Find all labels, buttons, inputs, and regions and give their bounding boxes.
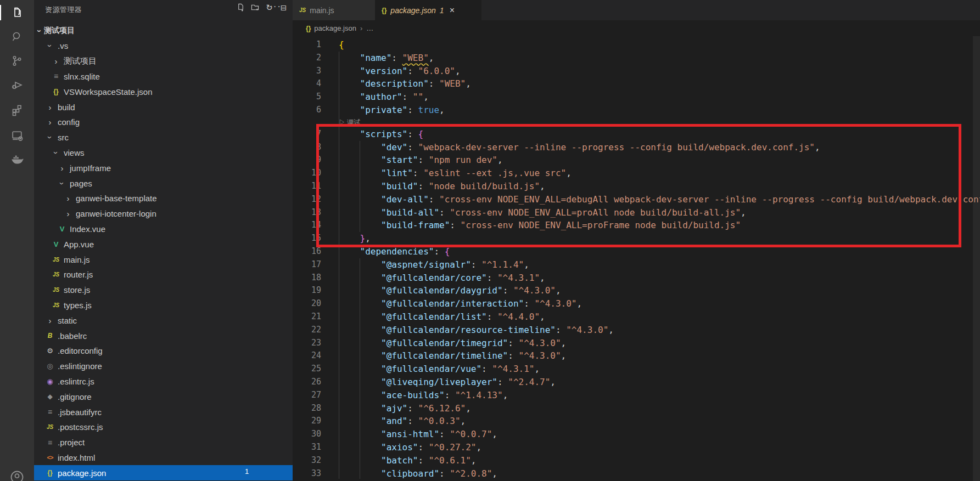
tree-item-static[interactable]: ›static (34, 313, 293, 328)
refresh-icon[interactable]: ↻ (265, 3, 274, 12)
tree-item-App.vue[interactable]: VApp.vue (34, 236, 293, 252)
code-line-11[interactable]: 11 "build": "node build/build.js", (293, 180, 980, 193)
line-number[interactable]: 11 (293, 180, 321, 193)
code-line-9[interactable]: 9 "start": "npm run dev", (293, 154, 980, 167)
code-line-27[interactable]: 27 "ace-builds": "^1.4.13", (293, 389, 980, 402)
tab-package-json[interactable]: {} package.json 1 × (375, 0, 481, 20)
tree-item-views[interactable]: ›views (34, 145, 293, 161)
new-folder-icon[interactable] (250, 3, 260, 12)
tree-item-router.js[interactable]: JSrouter.js (34, 267, 293, 282)
code-line-15[interactable]: 15 }, (293, 232, 980, 245)
search-icon[interactable] (0, 27, 34, 46)
code-line-10[interactable]: 10 "lint": "eslint --ext .js,.vue src", (293, 167, 980, 180)
tree-item-ganwei-iotcenter-login[interactable]: ›ganwei-iotcenter-login (34, 206, 293, 222)
line-number[interactable]: 27 (293, 389, 321, 402)
tree-item-VSWorkspaceState.json[interactable]: {}VSWorkspaceState.json (34, 84, 293, 99)
code-line-4[interactable]: 4 "description": "WEB", (293, 77, 980, 90)
line-number[interactable]: 16 (293, 245, 321, 258)
code-line-30[interactable]: 30 "ansi-html": "^0.0.7", (293, 428, 980, 441)
remote-explorer-icon[interactable] (0, 126, 34, 145)
line-number[interactable]: 29 (293, 415, 321, 428)
debug-codelens[interactable]: ▷ 调试 (293, 117, 980, 128)
code-line-3[interactable]: 3 "version": "6.0.0", (293, 65, 980, 78)
line-number[interactable]: 14 (293, 219, 321, 232)
tree-item-.eslintignore[interactable]: ◎.eslintignore (34, 359, 293, 374)
code-line-29[interactable]: 29 "and": "^0.0.3", (293, 415, 980, 428)
code-line-21[interactable]: 21 "@fullcalendar/list": "^4.4.0", (293, 310, 980, 324)
extensions-icon[interactable] (0, 101, 34, 120)
tree-item-package.json[interactable]: {}package.json1 (34, 465, 293, 480)
tree-item-.gitignore[interactable]: ◆.gitignore (34, 389, 293, 404)
tree-item-.jsbeautifyrc[interactable]: ≡.jsbeautifyrc (34, 404, 293, 420)
tree-item-index.html[interactable]: <>index.html (34, 450, 293, 466)
source-control-icon[interactable] (0, 52, 34, 70)
run-debug-icon[interactable] (0, 76, 34, 94)
code-line-18[interactable]: 18 "@fullcalendar/core": "^4.3.1", (293, 271, 980, 285)
code-line-25[interactable]: 25 "@fullcalendar/vue": "^4.3.1", (293, 363, 980, 376)
docker-icon[interactable] (0, 150, 34, 169)
tree-item-jumpIframe[interactable]: ›jumpIframe (34, 160, 293, 176)
code-editor[interactable]: 1{2 "name": "WEB",3 "version": "6.0.0",4… (293, 36, 980, 481)
line-number[interactable]: 6 (293, 104, 321, 117)
line-number[interactable]: 10 (293, 167, 321, 180)
tree-item-ganwei-base-template[interactable]: ›ganwei-base-template (34, 191, 293, 206)
tree-item-.vs[interactable]: ›.vs (34, 38, 293, 54)
tree-item-Index.vue[interactable]: VIndex.vue (34, 222, 293, 237)
editor-scrollbar[interactable] (973, 36, 980, 481)
account-icon[interactable] (0, 468, 34, 481)
tree-item-.eslintrc.js[interactable]: ◉.eslintrc.js (34, 374, 293, 389)
breadcrumb[interactable]: {} package.json › … (293, 20, 980, 36)
line-number[interactable]: 15 (293, 232, 321, 245)
code-line-31[interactable]: 31 "axios": "^0.27.2", (293, 441, 980, 454)
line-number[interactable]: 32 (293, 454, 321, 467)
line-number[interactable]: 28 (293, 402, 321, 415)
tree-item-pages[interactable]: ›pages (34, 176, 293, 191)
line-number[interactable]: 9 (293, 154, 321, 167)
tab-mainjs[interactable]: JS main.js (293, 0, 375, 20)
line-number[interactable]: 26 (293, 376, 321, 389)
code-line-22[interactable]: 22 "@fullcalendar/resource-timeline": "^… (293, 324, 980, 337)
project-section-header[interactable]: › 测试项目 (34, 23, 293, 38)
code-line-6[interactable]: 6 "private": true, (293, 104, 980, 117)
code-line-12[interactable]: 12 "dev-all": "cross-env NODE_ENV_ALL=de… (293, 193, 980, 206)
line-number[interactable]: 7 (293, 128, 321, 141)
line-number[interactable]: 21 (293, 310, 321, 324)
line-number[interactable]: 25 (293, 363, 321, 376)
line-number[interactable]: 23 (293, 337, 321, 350)
tree-item-测试项目[interactable]: ›测试项目 (34, 54, 293, 69)
tree-item-.project[interactable]: ≡.project (34, 435, 293, 450)
line-number[interactable]: 5 (293, 90, 321, 104)
code-line-1[interactable]: 1{ (293, 38, 980, 52)
tree-item-store.js[interactable]: JSstore.js (34, 282, 293, 298)
code-line-7[interactable]: 7 "scripts": { (293, 128, 980, 141)
code-line-33[interactable]: 33 "clipboard": "^2.0.8", (293, 467, 980, 480)
tree-item-slnx.sqlite[interactable]: ≡slnx.sqlite (34, 69, 293, 84)
tree-item-main.js[interactable]: JSmain.js (34, 252, 293, 267)
explorer-icon[interactable] (0, 3, 34, 22)
code-line-28[interactable]: 28 "ajv": "^6.12.6", (293, 402, 980, 415)
line-number[interactable]: 18 (293, 271, 321, 285)
line-number[interactable]: 31 (293, 441, 321, 454)
line-number[interactable]: 4 (293, 77, 321, 90)
code-line-32[interactable]: 32 "batch": "^0.6.1", (293, 454, 980, 467)
code-line-8[interactable]: 8 "dev": "webpack-dev-server --inline --… (293, 141, 980, 154)
line-number[interactable]: 33 (293, 467, 321, 480)
code-line-26[interactable]: 26 "@liveqing/liveplayer": "^2.4.7", (293, 376, 980, 389)
code-line-2[interactable]: 2 "name": "WEB", (293, 52, 980, 65)
code-line-17[interactable]: 17 "@aspnet/signalr": "^1.1.4", (293, 258, 980, 271)
tree-item-config[interactable]: ›config (34, 115, 293, 130)
line-number[interactable]: 3 (293, 65, 321, 78)
code-line-16[interactable]: 16 "dependencies": { (293, 245, 980, 258)
line-number[interactable]: 19 (293, 284, 321, 297)
breadcrumb-file[interactable]: package.json (314, 24, 356, 32)
line-number[interactable]: 22 (293, 324, 321, 337)
tree-item-types.js[interactable]: JStypes.js (34, 298, 293, 313)
line-number[interactable]: 24 (293, 349, 321, 363)
tree-item-.babelrc[interactable]: B.babelrc (34, 328, 293, 343)
line-number[interactable]: 30 (293, 428, 321, 441)
line-number[interactable]: 20 (293, 297, 321, 310)
code-line-5[interactable]: 5 "author": "", (293, 90, 980, 104)
close-icon[interactable]: × (450, 5, 455, 15)
code-line-24[interactable]: 24 "@fullcalendar/timeline": "^4.3.0", (293, 349, 980, 363)
tree-item-build[interactable]: ›build (34, 99, 293, 115)
